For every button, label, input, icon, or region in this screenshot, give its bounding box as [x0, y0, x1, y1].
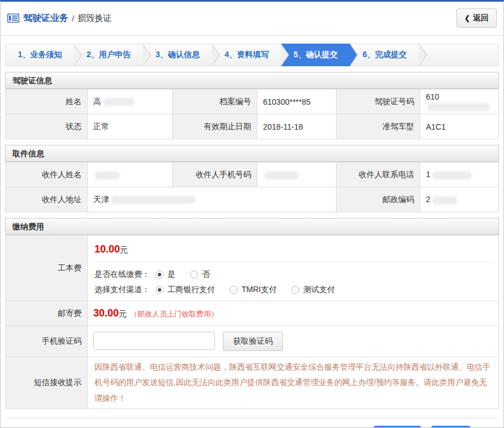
radio-icon[interactable]: [291, 286, 299, 294]
mail-fee-amount: 30.00: [93, 307, 119, 319]
online-pay-yes-option[interactable]: 是: [156, 269, 175, 280]
name-value: 高: [88, 89, 173, 114]
recipient-name-label: 收件人姓名: [6, 162, 88, 187]
file-number-value: 610300****85: [257, 89, 337, 114]
previous-step-button[interactable]: 上一步: [373, 426, 421, 428]
expiry-date-value: 2018-11-18: [257, 114, 337, 139]
redaction-blur: [432, 172, 472, 179]
table-row: 收件人地址 天津 邮政编码 2: [6, 187, 499, 212]
expiry-date-label: 有效期止日期: [173, 114, 257, 139]
redaction-blur: [265, 172, 299, 179]
step-wizard: 1、业务须知 2、用户申告 3、确认信息 4、资料填写 5、确认提交 6、完成提…: [5, 44, 499, 66]
status-label: 状态: [6, 114, 88, 139]
table-row: 手机验证码 获取验证码: [6, 326, 499, 357]
breadcrumb-current: 损毁换证: [77, 13, 111, 24]
redaction-blur: [428, 103, 490, 111]
page-title: 驾驶证业务: [23, 12, 68, 24]
sms-code-cell: 获取验证码: [88, 326, 499, 357]
radio-icon[interactable]: [190, 271, 198, 279]
header: 驾驶证业务 / 损毁换证 ❮ 返回: [1, 2, 503, 36]
table-row: 短信接收提示 因陕西省联通、电信运营商技术问题，陕西省互联网交通安全综合服务管理…: [6, 357, 499, 409]
step-1-notice: 1、业务须知: [5, 44, 74, 66]
channel-icbc-label: 工商银行支付: [167, 285, 215, 295]
channel-test-label: 测试支付: [303, 285, 335, 295]
radio-icon[interactable]: [156, 271, 163, 279]
production-fee-cell: 10.00元 是否在线缴费： 是 否: [88, 236, 499, 301]
back-button-label: 返回: [473, 13, 489, 23]
document-list-icon: [7, 14, 19, 23]
online-payment-question: 是否在线缴费：: [94, 269, 150, 280]
step-wizard-filler: [419, 44, 499, 66]
sms-notice-label: 短信接收提示: [6, 357, 88, 409]
table-row: 邮寄费 30.00元（邮政人员上门收取费用）: [6, 301, 499, 326]
name-label: 姓名: [6, 89, 88, 114]
redaction-blur: [103, 98, 135, 106]
fees-section: 缴纳费用 工本费 10.00元 是否在线缴费： 是: [5, 218, 499, 409]
online-pay-no-label: 否: [202, 269, 210, 280]
postal-code-value: 2: [420, 187, 499, 212]
payment-channel-question: 选择支付渠道：: [94, 285, 150, 295]
online-payment-row: 是否在线缴费： 是 否: [94, 269, 492, 280]
table-row: 姓名 高 档案编号 610300****85 驾驶证号码 610: [6, 89, 499, 114]
fees-section-title: 缴纳费用: [5, 218, 499, 235]
file-number-label: 档案编号: [173, 89, 257, 114]
status-value: 正常: [88, 114, 173, 139]
production-fee-label: 工本费: [6, 236, 88, 301]
fees-table: 工本费 10.00元 是否在线缴费： 是: [5, 235, 499, 409]
redaction-blur: [95, 172, 120, 179]
online-pay-yes-label: 是: [167, 269, 175, 280]
step-6-complete: 6、完成提交: [350, 44, 419, 66]
table-row: 状态 正常 有效期止日期 2018-11-18 准驾车型 A1C1: [6, 114, 499, 139]
step-5-confirm-submit: 5、确认提交: [281, 44, 350, 66]
back-button[interactable]: ❮ 返回: [456, 8, 497, 28]
license-number-label: 驾驶证号码: [337, 89, 420, 114]
pickup-info-section: 取件信息 收件人姓名 收件人手机号码 收件人联系电话 1 收件人地址 天津 邮政…: [5, 145, 499, 212]
recipient-address-value: 天津: [88, 187, 337, 212]
redaction-blur: [432, 196, 457, 204]
finish-button[interactable]: 完成: [431, 426, 471, 428]
mail-fee-note: （邮政人员上门收取费用）: [130, 310, 218, 318]
chevron-left-icon: ❮: [464, 14, 470, 22]
step-3-confirm-info: 3、确认信息: [143, 44, 212, 66]
vehicle-class-value: A1C1: [420, 114, 499, 139]
recipient-mobile-value: [257, 162, 337, 187]
production-fee-amount: 10.00: [94, 243, 120, 255]
payment-channel-row: 选择支付渠道： 工商银行支付 TMRI支付 测试支付: [94, 285, 492, 295]
sms-notice-cell: 因陕西省联通、电信运营商技术问题，陕西省互联网交通安全综合服务管理平台无法向持陕…: [88, 357, 499, 409]
channel-tmri-label: TMRI支付: [242, 285, 277, 295]
channel-test-option[interactable]: 测试支付: [291, 285, 335, 295]
redaction-blur: [111, 196, 196, 204]
get-sms-code-button[interactable]: 获取验证码: [223, 332, 283, 351]
radio-icon[interactable]: [156, 286, 163, 294]
page: 驾驶证业务 / 损毁换证 ❮ 返回 1、业务须知 2、用户申告 3、确认信息 4…: [0, 0, 504, 428]
license-info-section: 驾驶证信息 姓名 高 档案编号 610300****85 驾驶证号码 610 状…: [5, 72, 499, 139]
production-fee-unit: 元: [120, 245, 128, 254]
recipient-name-value: [88, 162, 173, 187]
mail-fee-cell: 30.00元（邮政人员上门收取费用）: [88, 301, 499, 326]
table-row: 工本费 10.00元 是否在线缴费： 是: [6, 236, 499, 301]
license-number-value: 610: [420, 89, 499, 114]
recipient-mobile-label: 收件人手机号码: [173, 162, 257, 187]
pickup-info-table: 收件人姓名 收件人手机号码 收件人联系电话 1 收件人地址 天津 邮政编码 2: [5, 162, 499, 212]
mail-fee-label: 邮寄费: [6, 301, 88, 326]
channel-tmri-option[interactable]: TMRI支付: [230, 285, 277, 295]
postal-code-label: 邮政编码: [337, 187, 420, 212]
table-row: 收件人姓名 收件人手机号码 收件人联系电话 1: [6, 162, 499, 187]
step-4-fill-data: 4、资料填写: [212, 44, 281, 66]
pickup-section-title: 取件信息: [5, 145, 499, 162]
online-pay-no-option[interactable]: 否: [190, 269, 210, 280]
recipient-address-label: 收件人地址: [6, 187, 88, 212]
sms-code-label: 手机验证码: [6, 326, 88, 357]
sms-notice-text: 因陕西省联通、电信运营商技术问题，陕西省互联网交通安全综合服务管理平台无法向持陕…: [93, 357, 493, 408]
license-info-table: 姓名 高 档案编号 610300****85 驾驶证号码 610 状态 正常 有…: [5, 89, 499, 139]
recipient-phone-value: 1: [420, 162, 499, 187]
channel-icbc-option[interactable]: 工商银行支付: [156, 285, 215, 295]
breadcrumb-separator: /: [72, 14, 74, 23]
recipient-phone-label: 收件人联系电话: [337, 162, 420, 187]
vehicle-class-label: 准驾车型: [337, 114, 420, 139]
radio-icon[interactable]: [230, 286, 238, 294]
sms-code-input[interactable]: [93, 332, 215, 350]
mail-fee-unit: 元: [119, 309, 127, 318]
step-2-declaration: 2、用户申告: [74, 44, 143, 66]
footer: 上一步 完成: [5, 418, 499, 428]
